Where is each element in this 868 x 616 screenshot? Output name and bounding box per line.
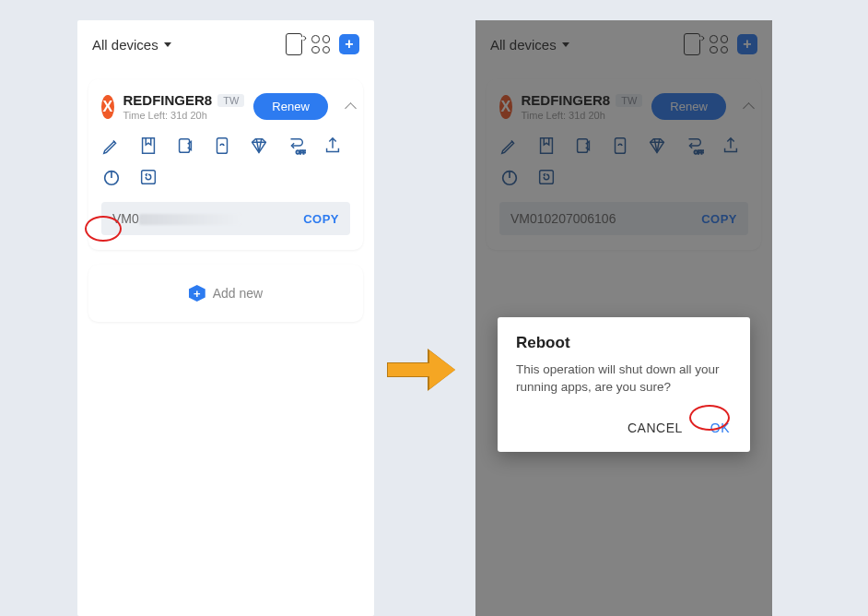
header: All devices + [77, 20, 374, 68]
diamond-icon[interactable] [647, 136, 667, 156]
title-block: REDFINGER8 TW Time Left: 31d 20h [522, 92, 643, 121]
phone-rotate-icon[interactable] [684, 33, 700, 55]
chevron-up-icon[interactable] [743, 101, 748, 113]
time-left-label: Time Left: 31d 20h [123, 110, 245, 121]
header-actions: + [684, 33, 757, 55]
dialog-actions: CANCEL OK [516, 417, 732, 439]
toolbar-row-1: OFF [499, 136, 748, 156]
vm-id-row: VM0 COPY [101, 202, 350, 235]
edit-icon[interactable] [499, 136, 520, 156]
toolbar-row-1: OFF [101, 136, 350, 156]
device-name: REDFINGER8 [123, 92, 213, 108]
edit-icon[interactable] [101, 136, 122, 156]
svg-rect-11 [540, 171, 554, 184]
add-new-icon: + [189, 285, 205, 302]
add-button[interactable]: + [737, 34, 757, 54]
restore-icon[interactable] [138, 167, 158, 187]
chevron-up-icon[interactable] [345, 101, 350, 113]
dropdown-label: All devices [92, 37, 158, 53]
power-icon[interactable] [499, 167, 520, 187]
caret-down-icon [562, 42, 569, 47]
reset-icon[interactable]: OFF [684, 136, 704, 156]
phone-screen-left: All devices + X REDFINGER8 TW Time Left:… [77, 20, 374, 616]
region-badge: TW [616, 94, 642, 107]
vm-id-text: VM010207006106 [510, 211, 616, 226]
restore-icon[interactable] [536, 167, 557, 187]
vm-id-text: VM0 [112, 211, 240, 226]
caret-down-icon [164, 42, 171, 47]
grid-view-icon[interactable] [710, 35, 728, 53]
bookmark-icon[interactable] [536, 136, 557, 156]
upload-app-icon[interactable] [573, 136, 593, 156]
vm-id-row: VM010207006106 COPY [499, 202, 748, 235]
copy-button[interactable]: COPY [303, 212, 339, 226]
add-button[interactable]: + [339, 34, 359, 54]
dialog-title: Reboot [516, 334, 732, 352]
toolbar-row-2 [499, 167, 748, 187]
upload-app-icon[interactable] [175, 136, 195, 156]
renew-button[interactable]: Renew [651, 93, 725, 120]
ok-button[interactable]: OK [709, 417, 732, 439]
dropdown-label: All devices [490, 37, 557, 53]
add-new-card[interactable]: + Add new [88, 265, 363, 322]
toolbar-row-2 [101, 167, 350, 187]
header-actions: + [286, 33, 359, 55]
header: All devices + [475, 20, 772, 68]
grid-view-icon[interactable] [311, 35, 330, 53]
reset-icon[interactable]: OFF [286, 136, 306, 156]
share-icon[interactable] [323, 136, 343, 156]
phone-rotate-icon[interactable] [286, 33, 302, 55]
device-name: REDFINGER8 [522, 92, 611, 108]
reboot-dialog: Reboot This operation will shut down all… [498, 317, 750, 452]
bookmark-icon[interactable] [138, 136, 158, 156]
add-new-label: Add new [213, 286, 263, 301]
phone-screen-right: All devices + X REDFINGER8 TW Time Left:… [475, 20, 772, 616]
dialog-message: This operation will shut down all your r… [516, 361, 732, 397]
svg-rect-5 [142, 171, 156, 184]
svg-text:OFF: OFF [694, 149, 704, 155]
device-card: X REDFINGER8 TW Time Left: 31d 20h Renew… [88, 79, 363, 250]
svg-rect-8 [616, 138, 626, 154]
copy-button[interactable]: COPY [701, 212, 737, 226]
svg-text:OFF: OFF [296, 149, 306, 155]
svg-rect-7 [578, 139, 588, 153]
share-icon[interactable] [721, 136, 741, 156]
cancel-button[interactable]: CANCEL [628, 421, 683, 435]
renew-button[interactable]: Renew [253, 93, 327, 120]
time-left-label: Time Left: 31d 20h [522, 110, 643, 121]
svg-rect-1 [180, 139, 190, 153]
refresh-device-icon[interactable] [212, 136, 232, 156]
device-avatar: X [499, 95, 512, 119]
masked-content [139, 214, 240, 225]
refresh-device-icon[interactable] [610, 136, 630, 156]
region-badge: TW [217, 94, 244, 107]
svg-rect-2 [217, 138, 228, 154]
tutorial-arrow [387, 350, 461, 387]
card-header: X REDFINGER8 TW Time Left: 31d 20h Renew [499, 92, 748, 121]
device-dropdown[interactable]: All devices [92, 37, 171, 53]
card-header: X REDFINGER8 TW Time Left: 31d 20h Renew [101, 92, 350, 121]
power-icon[interactable] [101, 167, 122, 187]
device-dropdown[interactable]: All devices [490, 37, 569, 53]
device-card: X REDFINGER8 TW Time Left: 31d 20h Renew… [487, 79, 761, 250]
svg-rect-6 [541, 138, 553, 154]
diamond-icon[interactable] [249, 136, 269, 156]
title-block: REDFINGER8 TW Time Left: 31d 20h [123, 92, 245, 121]
svg-rect-0 [143, 138, 155, 154]
device-avatar: X [101, 95, 114, 119]
